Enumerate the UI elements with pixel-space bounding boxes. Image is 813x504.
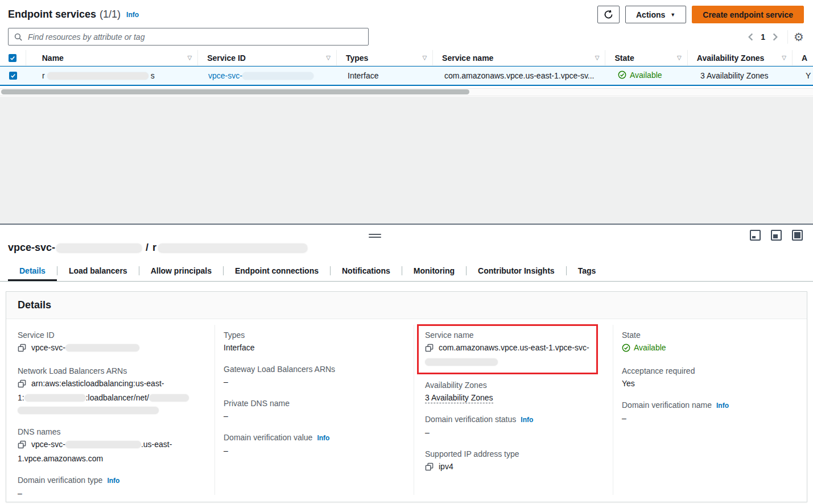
filter-icon[interactable]: ▽ (674, 55, 682, 61)
field-domain-verification-status: Domain verification statusInfo – (425, 413, 605, 439)
copy-icon[interactable] (18, 381, 26, 390)
horizontal-scrollbar[interactable] (0, 88, 813, 96)
row-checkbox[interactable] (9, 72, 17, 80)
redacted-text (425, 358, 498, 366)
column-header-availability-zones[interactable]: Availability Zones ▽ (688, 50, 793, 65)
panel-size-small-icon[interactable] (750, 230, 761, 241)
redacted-text (24, 394, 86, 402)
field-dns-names: DNS names vpce-svc-.us-east- 1.vpce.amaz… (18, 425, 205, 465)
tab-load-balancers[interactable]: Load balancers (57, 262, 139, 281)
copy-icon[interactable] (18, 345, 26, 354)
copy-icon[interactable] (18, 441, 26, 451)
redacted-text (149, 394, 189, 402)
cell-service-name: com.amazonaws.vpce.us-east-1.vpce-sv... (435, 71, 609, 80)
panel-size-medium-icon[interactable] (771, 230, 782, 241)
column-header-acceptance-cutoff[interactable]: A (793, 50, 813, 65)
info-link[interactable]: Info (126, 11, 139, 19)
cell-availability-zones: 3 Availability Zones (691, 71, 797, 80)
panel-tabs: Details Load balancers Allow principals … (0, 262, 813, 282)
cell-acceptance-cutoff: Y (797, 71, 813, 80)
cell-name: rs (26, 71, 199, 80)
copy-icon[interactable] (425, 345, 434, 354)
previous-page-button[interactable] (744, 33, 757, 41)
column-header-state[interactable]: State ▽ (605, 50, 687, 65)
column-header-service-id[interactable]: Service ID ▽ (198, 50, 337, 65)
next-page-button[interactable] (769, 33, 782, 41)
redacted-text (18, 407, 159, 414)
cell-service-id: vpce-svc- (199, 71, 339, 80)
info-link[interactable]: Info (107, 477, 119, 485)
redacted-text (158, 243, 307, 252)
status-badge: Available (618, 71, 662, 80)
field-acceptance-required: Acceptance required Yes (622, 365, 807, 390)
column-header-service-name[interactable]: Service name ▽ (433, 50, 605, 65)
service-id-link[interactable]: vpce-svc- (208, 71, 313, 80)
filter-icon[interactable]: ▽ (419, 55, 427, 61)
redacted-text (65, 344, 139, 352)
column-header-types[interactable]: Types ▽ (337, 50, 433, 65)
horizontal-scrollbar-thumb[interactable] (1, 89, 469, 94)
tab-monitoring[interactable]: Monitoring (402, 262, 466, 281)
copy-icon[interactable] (425, 464, 434, 473)
resource-count: (1/1) (100, 9, 121, 20)
panel-drag-handle[interactable] (369, 232, 381, 239)
select-all-checkbox[interactable] (9, 54, 16, 62)
actions-button[interactable]: Actions ▼ (625, 6, 686, 23)
tab-endpoint-connections[interactable]: Endpoint connections (224, 262, 330, 281)
search-input[interactable] (27, 32, 362, 42)
create-endpoint-service-button[interactable]: Create endpoint service (692, 6, 804, 23)
tab-allow-principals[interactable]: Allow principals (139, 262, 223, 281)
actions-button-label: Actions (636, 10, 665, 19)
table-row[interactable]: rs vpce-svc- Interface com.amazonaws.vpc… (0, 66, 813, 86)
filter-icon[interactable]: ▽ (184, 55, 192, 61)
field-state: State Available (622, 329, 807, 356)
filter-icon[interactable]: ▽ (778, 55, 786, 61)
field-service-id: Service ID vpce-svc- (18, 329, 205, 356)
field-availability-zones: Availability Zones 3 Availability Zones (425, 379, 605, 404)
panel-title: vpce-svc- / r (8, 242, 307, 254)
cell-types: Interface (339, 71, 435, 80)
filter-icon[interactable]: ▽ (592, 55, 600, 61)
details-panel: vpce-svc- / r Details Load balancers All… (0, 224, 813, 504)
tab-notifications[interactable]: Notifications (331, 262, 402, 281)
settings-gear-icon[interactable]: ⚙ (794, 31, 804, 43)
field-service-name: Service name com.amazonaws.vpce.us-east-… (425, 329, 591, 368)
availability-zones-link[interactable]: 3 Availability Zones (425, 393, 493, 403)
table-header-row: Name ▽ Service ID ▽ Types ▽ Service name… (0, 50, 813, 66)
background-gap (0, 97, 813, 224)
details-column-2: Types Interface Gateway Load Balancers A… (224, 329, 406, 466)
filter-icon[interactable]: ▽ (323, 55, 331, 61)
search-box[interactable] (8, 28, 369, 46)
service-name-highlight-box: Service name com.amazonaws.vpce.us-east-… (417, 324, 598, 374)
toolbar-divider (787, 30, 788, 44)
table-toolbar: 1 ⚙ (0, 24, 813, 50)
check-circle-icon (622, 344, 630, 352)
panel-size-controls (750, 230, 803, 241)
availability-zones-link[interactable]: 3 Availability Zones (700, 71, 769, 80)
info-link[interactable]: Info (521, 416, 533, 424)
field-domain-verification-value: Domain verification valueInfo – (224, 431, 406, 457)
refresh-icon (604, 10, 613, 19)
field-nlb-arns: Network Load Balancers ARNs arn:aws:elas… (18, 365, 205, 416)
tab-tags[interactable]: Tags (567, 262, 608, 281)
page-header: Endpoint services (1/1) Info Actions ▼ C… (0, 0, 813, 24)
panel-size-full-icon[interactable] (792, 230, 803, 241)
check-circle-icon (618, 71, 626, 79)
details-column-1: Service ID vpce-svc- Network Load Balanc… (18, 329, 205, 502)
refresh-button[interactable] (597, 6, 620, 23)
redacted-text (56, 243, 142, 252)
field-domain-verification-type: Domain verification typeInfo – (18, 474, 205, 499)
redacted-text (47, 72, 148, 80)
column-header-name[interactable]: Name ▽ (26, 50, 198, 65)
details-column-4: State Available Acceptance required Yes … (622, 329, 807, 433)
redacted-text (242, 72, 313, 80)
info-link[interactable]: Info (716, 402, 729, 410)
tab-contributor-insights[interactable]: Contributor Insights (467, 262, 566, 281)
field-gwlb-arns: Gateway Load Balancers ARNs – (224, 363, 406, 388)
status-badge: Available (622, 341, 666, 354)
info-link[interactable]: Info (317, 434, 329, 442)
details-card: Details Service ID vpce-svc- Network Loa… (6, 291, 807, 502)
field-private-dns-name: Private DNS name – (224, 397, 406, 422)
endpoint-services-list-section: Endpoint services (1/1) Info Actions ▼ C… (0, 0, 813, 97)
tab-details[interactable]: Details (8, 262, 57, 281)
